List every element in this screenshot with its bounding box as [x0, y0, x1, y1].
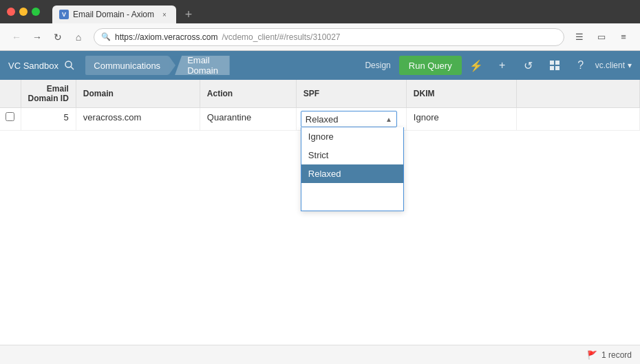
svg-line-1 [71, 67, 74, 69]
brand-name: VC Sandbox [8, 61, 58, 71]
run-query-button[interactable]: Run Query [399, 56, 462, 75]
svg-rect-2 [550, 61, 554, 65]
help-button[interactable]: ? [569, 54, 593, 77]
spf-selected-value: Relaxed [306, 114, 339, 125]
design-button[interactable]: Design [359, 54, 396, 77]
back-button[interactable]: ← [8, 29, 25, 45]
row-action-cell: Quarantine [200, 108, 296, 131]
traffic-lights [7, 8, 40, 16]
dropdown-option-relaxed[interactable]: Relaxed [301, 164, 403, 183]
row-checkbox-cell[interactable] [0, 108, 21, 131]
record-count: 1 record [601, 350, 632, 360]
home-button[interactable]: ⌂ [70, 29, 87, 45]
app-header: VC Sandbox Communications Email Domain D… [0, 51, 640, 80]
forward-button[interactable]: → [29, 29, 45, 45]
table-row: 5 veracross.com Quarantine Relaxed ▲ Ign… [0, 108, 640, 131]
search-icon: 🔍 [101, 32, 111, 41]
bookmarks-button[interactable]: ☰ [571, 29, 588, 45]
user-menu[interactable]: vc.client ▾ [595, 61, 632, 70]
user-dropdown-icon: ▾ [628, 61, 632, 70]
minimize-window-button[interactable] [19, 8, 28, 16]
table-header-row: EmailDomain ID Domain Action SPF DKIM [0, 80, 640, 108]
dropdown-arrow-icon: ▲ [385, 116, 392, 123]
tabs-area: V Email Domain - Axiom × + [45, 0, 633, 23]
refresh-button[interactable]: ↻ [50, 29, 66, 45]
col-header-spf: SPF [296, 80, 406, 108]
svg-point-0 [65, 61, 72, 67]
col-header-domain: Domain [76, 80, 200, 108]
nav-breadcrumb: Communications Email Domain [85, 56, 229, 75]
user-name: vc.client [595, 61, 625, 70]
col-header-extra [516, 80, 639, 108]
lightning-button[interactable]: ⚡ [465, 54, 488, 77]
dropdown-empty-space [301, 183, 403, 211]
col-header-action: Action [200, 80, 296, 108]
data-table: EmailDomain ID Domain Action SPF DKIM 5 … [0, 80, 640, 131]
nav-buttons: ← → ↻ ⌂ [8, 29, 87, 45]
status-bar: 🚩 1 record [0, 345, 640, 364]
close-window-button[interactable] [7, 8, 15, 16]
row-dkim-cell: Ignore [406, 108, 516, 131]
browser-actions: ☰ ▭ ≡ [571, 29, 632, 45]
header-search-button[interactable] [58, 51, 80, 80]
url-host: https://axiom.veracross.com [115, 32, 217, 42]
history-button[interactable]: ↺ [517, 54, 540, 77]
status-flag-icon: 🚩 [587, 350, 597, 360]
tab-favicon: V [59, 10, 69, 19]
col-header-dkim: DKIM [406, 80, 516, 108]
header-actions: Design Run Query ⚡ + ↺ ? vc.client ▾ [359, 54, 632, 77]
header-nav: Communications Email Domain [58, 51, 230, 80]
spf-dropdown-trigger[interactable]: Relaxed ▲ [301, 111, 397, 127]
svg-rect-3 [555, 61, 559, 65]
spf-dropdown[interactable]: Relaxed ▲ Ignore Strict Relaxed [301, 111, 397, 127]
sidebar-button[interactable]: ▭ [593, 29, 610, 45]
dropdown-option-strict[interactable]: Strict [301, 146, 403, 164]
breadcrumb-separator [169, 56, 175, 75]
maximize-window-button[interactable] [32, 8, 40, 16]
title-bar: V Email Domain - Axiom × + [0, 0, 640, 23]
spf-dropdown-menu: Ignore Strict Relaxed [301, 127, 404, 211]
svg-rect-5 [555, 66, 559, 70]
row-domain-cell: veracross.com [76, 108, 200, 131]
svg-rect-4 [550, 66, 554, 70]
url-path: /vcdemo_client/#/results/310027 [222, 32, 340, 42]
row-id-cell: 5 [21, 108, 76, 131]
row-checkbox[interactable] [6, 112, 14, 121]
tab-title: Email Domain - Axiom [73, 10, 154, 19]
menu-button[interactable]: ≡ [615, 29, 632, 45]
row-spf-cell[interactable]: Relaxed ▲ Ignore Strict Relaxed [296, 108, 406, 131]
grid-view-button[interactable] [543, 54, 566, 77]
nav-section-communications[interactable]: Communications [85, 56, 169, 75]
main-content: EmailDomain ID Domain Action SPF DKIM 5 … [0, 80, 640, 364]
col-header-checkbox [0, 80, 21, 108]
dropdown-option-ignore[interactable]: Ignore [301, 127, 403, 146]
add-button[interactable]: + [491, 54, 514, 77]
nav-item-email-domain[interactable]: Email Domain [175, 56, 230, 75]
row-extra-cell [516, 108, 639, 131]
url-bar[interactable]: 🔍 https://axiom.veracross.com/vcdemo_cli… [94, 28, 564, 46]
tab-close-button[interactable]: × [160, 10, 169, 19]
address-bar: ← → ↻ ⌂ 🔍 https://axiom.veracross.com/vc… [0, 23, 640, 51]
col-header-id: EmailDomain ID [21, 80, 76, 108]
new-tab-button[interactable]: + [179, 6, 198, 23]
browser-tab[interactable]: V Email Domain - Axiom × [52, 6, 176, 23]
table-area: EmailDomain ID Domain Action SPF DKIM 5 … [0, 80, 640, 364]
